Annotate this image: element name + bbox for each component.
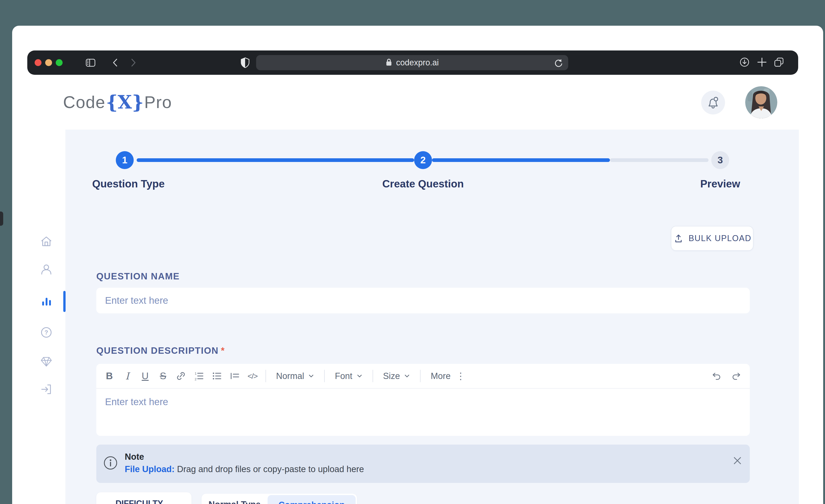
- tab-comprehension-type[interactable]: Comprehension Type: [268, 495, 356, 504]
- paragraph-style-dropdown[interactable]: Normal: [270, 371, 320, 381]
- sign-out-icon: [40, 383, 53, 396]
- info-icon: [103, 455, 118, 470]
- note-body-text: Drag and drop files or copy-paste to upl…: [174, 464, 364, 474]
- new-tab-icon[interactable]: [756, 57, 767, 68]
- difficulty-level-label: DIFFICULTY LEVEL: [116, 499, 192, 504]
- step-number: 2: [420, 155, 426, 166]
- notifications-button[interactable]: [701, 91, 725, 115]
- strikethrough-button[interactable]: S: [154, 368, 172, 384]
- link-icon: [176, 371, 186, 381]
- svg-text:2: 2: [195, 377, 197, 381]
- size-value: Size: [383, 371, 400, 381]
- logo-x-mark: {X}: [106, 91, 144, 113]
- toolbar-divider: [266, 370, 266, 382]
- difficulty-level-card[interactable]: DIFFICULTY LEVEL: [96, 492, 192, 504]
- note-title: Note: [125, 452, 144, 462]
- user-avatar[interactable]: [745, 86, 777, 118]
- stepper-line-2-3-progress: [432, 158, 610, 162]
- stepper-line-1-2: [137, 158, 414, 162]
- question-name-input[interactable]: [96, 288, 750, 313]
- more-label: More: [431, 371, 451, 381]
- sidebar-item-profile[interactable]: [40, 263, 53, 276]
- question-description-label-text: QUESTION DESCRIPTION: [96, 346, 219, 356]
- difficulty-level-header: DIFFICULTY LEVEL: [104, 499, 192, 504]
- close-window-button[interactable]: [34, 59, 42, 66]
- underline-button[interactable]: U: [136, 368, 154, 384]
- browser-toolbar: codexpro.ai: [27, 51, 798, 75]
- back-icon[interactable]: [111, 58, 120, 67]
- note-close-button[interactable]: [732, 455, 743, 466]
- help-badge-icon: ?: [40, 326, 53, 339]
- sidebar-item-home[interactable]: [40, 235, 53, 248]
- toolbar-divider: [373, 370, 373, 382]
- home-icon: [40, 235, 53, 248]
- italic-button[interactable]: I: [118, 368, 136, 384]
- link-button[interactable]: [172, 368, 190, 384]
- chevron-down-icon: [308, 373, 314, 379]
- bar-chart-icon: [40, 295, 53, 308]
- zoom-window-button[interactable]: [56, 59, 63, 66]
- upload-icon: [673, 233, 684, 244]
- undo-icon[interactable]: [711, 371, 721, 381]
- sidebar-toggle-icon[interactable]: [85, 57, 96, 68]
- indent-button[interactable]: [226, 368, 243, 384]
- minimize-window-button[interactable]: [45, 59, 52, 66]
- step-number: 3: [718, 155, 723, 166]
- indent-icon: [230, 371, 240, 381]
- chevron-down-icon: [357, 373, 363, 379]
- required-asterisk: *: [221, 346, 225, 356]
- step-label-preview: Preview: [640, 177, 801, 190]
- url-text: codexpro.ai: [396, 58, 439, 67]
- tab-comprehension-type-label: Comprehension Type: [268, 500, 356, 504]
- paragraph-style-value: Normal: [276, 371, 304, 381]
- reload-icon[interactable]: [553, 58, 563, 68]
- question-name-field: [96, 288, 750, 313]
- bullet-list-icon: [212, 371, 222, 381]
- question-description-label: QUESTION DESCRIPTION*: [96, 346, 225, 356]
- bullet-list-button[interactable]: [208, 368, 226, 384]
- bulk-upload-button[interactable]: BULK UPLOAD: [671, 226, 753, 251]
- ordered-list-button[interactable]: 12: [190, 368, 208, 384]
- sidebar-item-sign-out[interactable]: [40, 383, 53, 396]
- toolbar-divider: [420, 370, 421, 382]
- screen: codexpro.ai Code {X} Pro: [0, 0, 825, 504]
- logo-text-post: Pro: [144, 92, 172, 112]
- privacy-shield-icon[interactable]: [240, 57, 251, 68]
- more-menu[interactable]: More ⋮: [425, 371, 471, 381]
- question-type-tabs-card: Normal Type Comprehension Type: [202, 494, 357, 504]
- step-circle-preview[interactable]: 3: [711, 151, 729, 169]
- note-text: File Upload: Drag and drop files or copy…: [125, 464, 364, 474]
- question-name-label: QUESTION NAME: [96, 271, 180, 282]
- font-dropdown[interactable]: Font: [329, 371, 368, 381]
- rich-text-editor: B I U S 12 </> Normal F: [96, 364, 750, 436]
- sidebar-item-analytics[interactable]: [40, 295, 53, 308]
- downloads-icon[interactable]: [739, 57, 750, 68]
- user-icon: [40, 263, 53, 276]
- size-dropdown[interactable]: Size: [377, 371, 416, 381]
- logo-text-pre: Code: [63, 92, 105, 112]
- sidebar-item-help[interactable]: ?: [40, 326, 53, 339]
- sidebar-item-premium[interactable]: [40, 355, 53, 368]
- ssl-lock-icon: [385, 58, 392, 67]
- note-file-upload-label: File Upload:: [125, 464, 174, 474]
- tab-overview-icon[interactable]: [773, 57, 784, 68]
- step-circle-question-type[interactable]: 1: [116, 151, 134, 169]
- bell-icon: [707, 96, 720, 109]
- svg-text:1: 1: [195, 371, 197, 375]
- description-editor-area[interactable]: Enter text here: [105, 397, 168, 408]
- forward-icon[interactable]: [129, 58, 138, 67]
- app-logo[interactable]: Code {X} Pro: [63, 91, 172, 113]
- step-label-question-type: Question Type: [48, 177, 209, 190]
- tab-normal-type[interactable]: Normal Type: [202, 500, 268, 504]
- kebab-icon: ⋮: [456, 371, 465, 381]
- window-controls: [34, 59, 63, 66]
- history-controls: [711, 364, 742, 388]
- step-circle-create-question[interactable]: 2: [414, 151, 432, 169]
- diamond-icon: [40, 355, 53, 368]
- close-icon: [733, 456, 742, 465]
- font-value: Font: [335, 371, 352, 381]
- bold-button[interactable]: B: [100, 368, 118, 384]
- code-view-button[interactable]: </>: [243, 368, 261, 384]
- redo-icon[interactable]: [732, 371, 742, 381]
- address-bar[interactable]: codexpro.ai: [256, 55, 568, 70]
